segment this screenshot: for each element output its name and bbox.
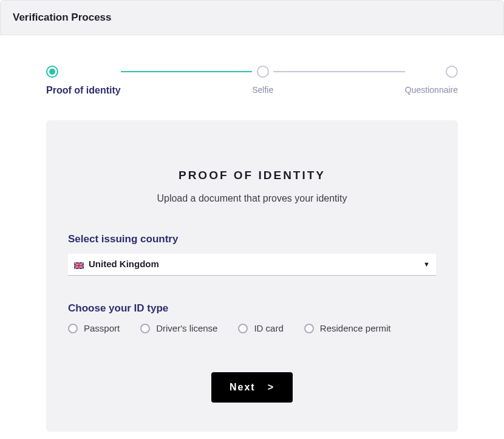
radio-icon: [238, 324, 248, 333]
content: Proof of identity Selfie Questionnaire P…: [0, 35, 504, 432]
card-title: PROOF OF IDENTITY: [68, 169, 436, 182]
radio-icon: [304, 324, 314, 333]
step-dot-icon: [257, 66, 269, 78]
step-dot-icon: [446, 66, 458, 78]
next-button-label: Next: [230, 382, 256, 393]
radio-label: Driver's license: [156, 323, 217, 333]
country-section-label: Select issuing country: [68, 233, 436, 245]
page-header: Verification Process: [0, 0, 504, 35]
uk-flag-icon: [74, 260, 84, 267]
button-row: Next >: [68, 372, 436, 403]
step-line: [121, 71, 253, 72]
card-subtitle: Upload a document that proves your ident…: [68, 193, 436, 204]
radio-residence-permit[interactable]: Residence permit: [304, 323, 391, 333]
verification-card: PROOF OF IDENTITY Upload a document that…: [46, 120, 458, 432]
chevron-right-icon: >: [268, 382, 274, 393]
page-title: Verification Process: [13, 12, 491, 24]
id-type-section-label: Choose your ID type: [68, 302, 436, 315]
chevron-down-icon: ▼: [423, 260, 430, 268]
country-selected: United Kingdom: [74, 259, 159, 269]
country-select[interactable]: United Kingdom ▼: [68, 254, 436, 276]
country-name: United Kingdom: [89, 259, 159, 269]
step-label: Questionnaire: [405, 85, 458, 95]
radio-label: Residence permit: [320, 323, 391, 333]
stepper: Proof of identity Selfie Questionnaire: [46, 66, 458, 96]
radio-icon: [140, 324, 150, 333]
next-button[interactable]: Next >: [211, 372, 293, 403]
step-questionnaire: Questionnaire: [405, 66, 458, 95]
step-line: [273, 71, 405, 72]
step-dot-icon: [46, 66, 58, 78]
radio-passport[interactable]: Passport: [68, 323, 120, 333]
step-proof-of-identity: Proof of identity: [46, 66, 121, 96]
radio-drivers-license[interactable]: Driver's license: [140, 323, 217, 333]
radio-label: Passport: [84, 323, 120, 333]
radio-label: ID card: [254, 323, 283, 333]
radio-id-card[interactable]: ID card: [238, 323, 283, 333]
radio-icon: [68, 324, 78, 333]
step-label: Selfie: [252, 85, 273, 95]
step-label: Proof of identity: [46, 85, 121, 96]
step-selfie: Selfie: [252, 66, 273, 95]
id-type-options: Passport Driver's license ID card Reside…: [68, 323, 436, 333]
